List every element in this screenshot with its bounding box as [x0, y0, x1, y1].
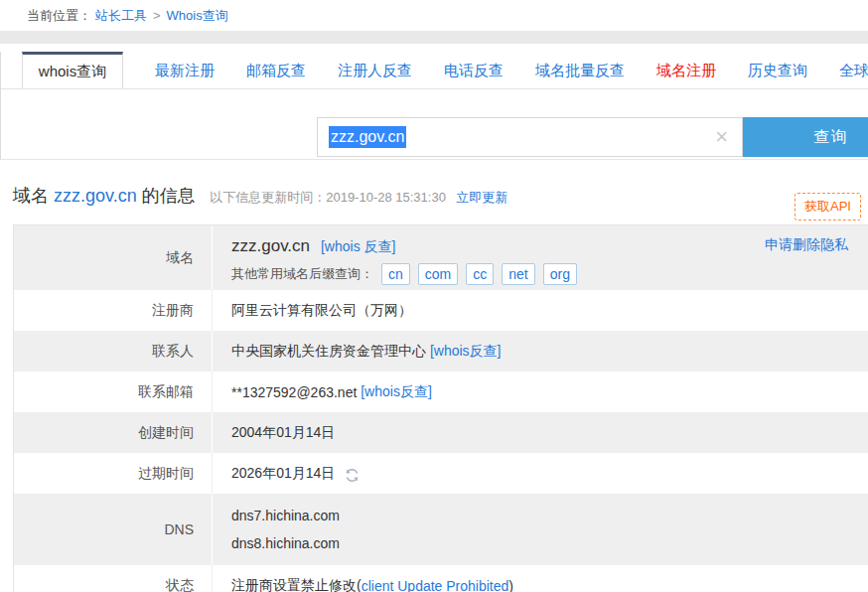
status-prefix: 注册商设置禁止修改(: [231, 577, 362, 592]
tab-batch-reverse[interactable]: 域名批量反查: [535, 52, 625, 88]
suffix-query-line: 其他常用域名后缀查询： cn com cc net org: [231, 263, 868, 285]
created-value: 2004年01月14日: [231, 424, 335, 442]
tab-newest-registered[interactable]: 最新注册: [155, 52, 215, 88]
suffix-button-org[interactable]: org: [543, 263, 577, 285]
breadcrumb-link-whois[interactable]: Whois查询: [167, 8, 228, 23]
search-row: zzz.gov.cn × 查询: [1, 117, 868, 157]
row-label: 域名: [14, 225, 213, 290]
tab-email-reverse[interactable]: 邮箱反查: [246, 52, 306, 88]
status-link[interactable]: client Update Prohibited: [362, 578, 509, 592]
table-row-registrar: 注册商 阿里云计算有限公司（万网）: [14, 290, 868, 331]
clear-icon[interactable]: ×: [715, 124, 728, 150]
remove-privacy-link[interactable]: 申请删除隐私: [765, 236, 848, 254]
dns-server-1: dns7.hichina.com: [231, 502, 868, 529]
table-row-dns: DNS dns7.hichina.com dns8.hichina.com: [14, 494, 868, 565]
info-header: 域名 zzz.gov.cn 的信息 以下信息更新时间：2019-10-28 15…: [0, 160, 868, 224]
registrar-value: 阿里云计算有限公司（万网）: [231, 302, 412, 320]
tab-phone-reverse[interactable]: 电话反查: [444, 52, 504, 88]
whois-reverse-link[interactable]: [whois 反查]: [321, 238, 395, 254]
tab-whois-query[interactable]: whois查询: [22, 52, 123, 89]
whois-panel: whois查询最新注册邮箱反查注册人反查电话反查域名批量反查域名注册历史查询全球…: [0, 52, 868, 160]
row-label: 状态: [14, 565, 213, 592]
refresh-icon[interactable]: [344, 467, 361, 484]
row-label: 创建时间: [14, 412, 213, 453]
whois-page: 当前位置：站长工具>Whois查询 whois查询最新注册邮箱反查注册人反查电话…: [0, 0, 868, 592]
suffix-button-com[interactable]: com: [418, 263, 458, 285]
title-domain-link[interactable]: zzz.gov.cn: [54, 186, 137, 206]
update-now-link[interactable]: 立即更新: [456, 190, 507, 205]
table-row-created: 创建时间 2004年01月14日: [14, 412, 868, 453]
page-title: 域名 zzz.gov.cn 的信息: [13, 186, 196, 206]
search-button[interactable]: 查询: [743, 117, 868, 157]
update-time-note: 以下信息更新时间：2019-10-28 15:31:30: [210, 190, 446, 205]
table-row-status: 状态 注册商设置禁止修改(client Update Prohibited): [14, 565, 868, 592]
status-suffix: ): [508, 578, 513, 592]
dns-server-2: dns8.hichina.com: [231, 529, 868, 557]
suffix-button-cc[interactable]: cc: [466, 263, 494, 285]
title-prefix: 域名: [13, 186, 54, 206]
suffix-query-label: 其他常用域名后缀查询：: [231, 265, 373, 283]
row-label: 过期时间: [14, 453, 213, 494]
tab-global-suffix[interactable]: 全球域名后缀: [839, 52, 868, 88]
breadcrumb-label: 当前位置：: [27, 8, 91, 23]
tab-bar: whois查询最新注册邮箱反查注册人反查电话反查域名批量反查域名注册历史查询全球…: [1, 52, 868, 89]
email-value: **1327592@263.net: [231, 384, 357, 400]
table-row-domain: 域名 zzz.gov.cn [whois 反查] 其他常用域名后缀查询： cn …: [14, 225, 868, 290]
get-api-button[interactable]: 获取API: [795, 193, 861, 221]
row-label: 联系邮箱: [14, 371, 213, 412]
tab-history-query[interactable]: 历史查询: [748, 52, 807, 88]
contact-whois-reverse-link[interactable]: [whois反查]: [430, 343, 502, 361]
contact-value: 中央国家机关住房资金管理中心: [231, 343, 426, 361]
domain-text: zzz.gov.cn: [231, 236, 310, 255]
suffix-button-cn[interactable]: cn: [381, 263, 410, 285]
search-input-value[interactable]: zzz.gov.cn: [329, 126, 406, 148]
tab-registrant-reverse[interactable]: 注册人反查: [338, 52, 412, 88]
table-row-expire: 过期时间 2026年01月14日: [14, 453, 868, 494]
whois-table: 域名 zzz.gov.cn [whois 反查] 其他常用域名后缀查询： cn …: [13, 224, 868, 592]
row-label: DNS: [14, 494, 213, 565]
title-suffix: 的信息: [137, 186, 196, 206]
row-label: 联系人: [14, 331, 213, 371]
row-value: zzz.gov.cn [whois 反查] 其他常用域名后缀查询： cn com…: [213, 225, 868, 290]
section-divider: [0, 31, 868, 44]
suffix-button-net[interactable]: net: [502, 263, 534, 285]
breadcrumb-separator: >: [153, 8, 161, 23]
row-label: 注册商: [14, 290, 213, 331]
search-input[interactable]: zzz.gov.cn ×: [317, 117, 743, 157]
tab-domain-register[interactable]: 域名注册: [656, 52, 716, 88]
breadcrumb: 当前位置：站长工具>Whois查询: [0, 0, 868, 31]
table-row-contact: 联系人 中央国家机关住房资金管理中心 [whois反查]: [14, 331, 868, 371]
email-whois-reverse-link[interactable]: [whois反查]: [361, 383, 432, 401]
breadcrumb-link-home[interactable]: 站长工具: [95, 8, 147, 23]
expire-value: 2026年01月14日: [231, 465, 335, 483]
table-row-email: 联系邮箱 **1327592@263.net [whois反查]: [14, 371, 868, 412]
